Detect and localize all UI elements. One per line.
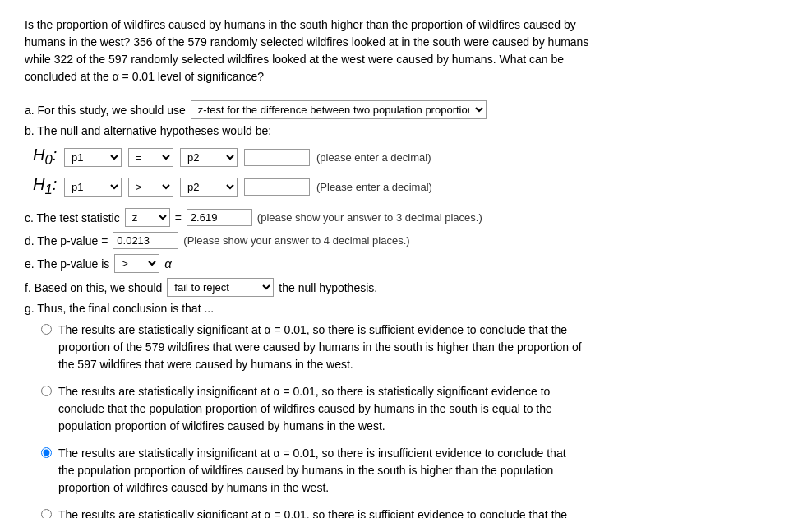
part-d-hint: (Please show your answer to 4 decimal pl…: [183, 234, 409, 247]
h1-decimal-input[interactable]: [244, 178, 310, 196]
h0-symbol: H0:: [33, 146, 58, 169]
action-dropdown[interactable]: fail to reject reject: [167, 278, 274, 297]
part-f-rest: the null hypothesis.: [279, 281, 377, 294]
option-3-text: The results are statistically insignific…: [58, 445, 584, 497]
h0-var2-dropdown[interactable]: p2: [180, 148, 238, 167]
h0-sub: 0: [44, 152, 52, 168]
h1-sub: 1: [44, 182, 52, 197]
h1-operator-dropdown[interactable]: > = < ≠: [128, 178, 173, 197]
h1-var2-dropdown[interactable]: p2: [180, 178, 238, 197]
h1-symbol: H1:: [33, 175, 58, 198]
test-type-dropdown[interactable]: z-test for the difference between two po…: [191, 100, 487, 119]
h0-row: H0: p1 = < > ≠ p2 (please enter a decima…: [33, 146, 787, 169]
part-d-line: d. The p-value = (Please show your answe…: [25, 232, 787, 249]
option-1: The results are statistically significan…: [41, 321, 787, 373]
h1-var1-dropdown[interactable]: p1: [64, 178, 122, 197]
option-4-text: The results are statistically significan…: [58, 506, 584, 518]
part-b-line: b. The null and alternative hypotheses w…: [25, 124, 787, 137]
h0-operator-dropdown[interactable]: = < > ≠: [128, 148, 173, 167]
option-2-text: The results are statistically insignific…: [58, 383, 584, 435]
h0-decimal-input[interactable]: [244, 149, 310, 166]
option-2-radio[interactable]: [41, 386, 52, 396]
part-c-line: c. The test statistic z t = (please show…: [25, 208, 787, 227]
option-2: The results are statistically insignific…: [41, 383, 787, 435]
option-3: The results are statistically insignific…: [41, 445, 787, 497]
part-g-label: g. Thus, the final conclusion is that ..…: [25, 302, 214, 315]
option-4: The results are statistically significan…: [41, 506, 787, 518]
part-e-label: e. The p-value is: [25, 257, 109, 271]
option-3-radio[interactable]: [41, 447, 52, 458]
part-d-label: d. The p-value =: [25, 234, 108, 247]
option-1-text: The results are statistically significan…: [58, 321, 584, 373]
part-a-line: a. For this study, we should use z-test …: [25, 100, 787, 119]
h0-var1-dropdown[interactable]: p1: [64, 148, 122, 167]
intro-text: Is the proportion of wildfires caused by…: [25, 16, 616, 86]
pvalue-input[interactable]: [113, 232, 178, 249]
alpha-symbol: α: [164, 257, 172, 271]
pvalue-comparison-dropdown[interactable]: > < =: [114, 254, 159, 273]
stat-type-dropdown[interactable]: z t: [125, 208, 170, 227]
h1-row: H1: p1 > = < ≠ p2 (Please enter a decima…: [33, 175, 787, 198]
part-c-equals: =: [175, 211, 182, 224]
part-f-line: f. Based on this, we should fail to reje…: [25, 278, 787, 297]
option-1-radio[interactable]: [41, 324, 52, 335]
part-e-line: e. The p-value is > < = α: [25, 254, 787, 273]
h0-hint: (please enter a decimal): [316, 151, 431, 164]
option-4-radio[interactable]: [41, 509, 52, 518]
conclusion-options: The results are statistically significan…: [41, 321, 787, 518]
part-a-label: a. For this study, we should use: [25, 104, 186, 117]
test-stat-input[interactable]: [187, 209, 252, 226]
part-g-line: g. Thus, the final conclusion is that ..…: [25, 302, 787, 315]
part-c-hint: (please show your answer to 3 decimal pl…: [257, 211, 482, 224]
h1-hint: (Please enter a decimal): [316, 181, 432, 193]
part-b-label: b. The null and alternative hypotheses w…: [25, 124, 271, 137]
part-f-label: f. Based on this, we should: [25, 281, 162, 294]
part-c-label: c. The test statistic: [25, 211, 120, 224]
